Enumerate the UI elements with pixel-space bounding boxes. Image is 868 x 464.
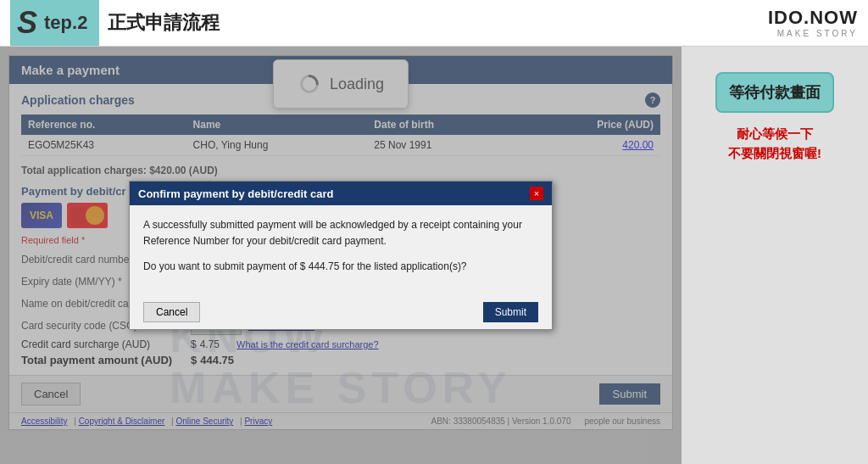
logo: IDO.NOW MAKE STORY [768,7,858,38]
browser-panel: Make a payment Application charges ? Ref… [0,47,682,464]
dialog-body-text1: A successfully submitted payment will be… [143,217,538,249]
dialog-box: Confirm payment by debit/credit card × A… [129,181,553,330]
dialog-body: A successfully submitted payment will be… [130,205,552,295]
step-badge: S tep.2 [10,0,99,46]
main-area: Make a payment Application charges ? Ref… [0,47,868,464]
logo-sub: MAKE STORY [768,29,858,38]
logo-text: IDO.NOW [768,7,858,29]
wait-box: 等待付款畫面 [715,72,834,113]
step-label: tep.2 [44,12,87,34]
page-header: S tep.2 正式申請流程 IDO.NOW MAKE STORY [0,0,868,47]
dialog-footer: Cancel Submit [130,295,552,329]
step-title: 正式申請流程 [108,10,220,36]
dialog-header: Confirm payment by debit/credit card × [130,182,552,205]
dialog-body-text2: Do you want to submit payment of $ 444.7… [143,259,538,275]
annotation-text: 耐心等候一下 不要關閉視窗喔! [728,125,821,163]
step-s-letter: S [17,5,37,41]
annotation-panel: 等待付款畫面 耐心等候一下 不要關閉視窗喔! [682,47,868,464]
dialog-cancel-button[interactable]: Cancel [143,302,200,322]
dialog-submit-button[interactable]: Submit [483,302,538,322]
dialog-title: Confirm payment by debit/credit card [138,187,333,200]
dialog-close-button[interactable]: × [530,187,543,200]
dialog-overlay: Confirm payment by debit/credit card × A… [0,47,682,464]
wait-text: 等待付款畫面 [729,82,821,103]
